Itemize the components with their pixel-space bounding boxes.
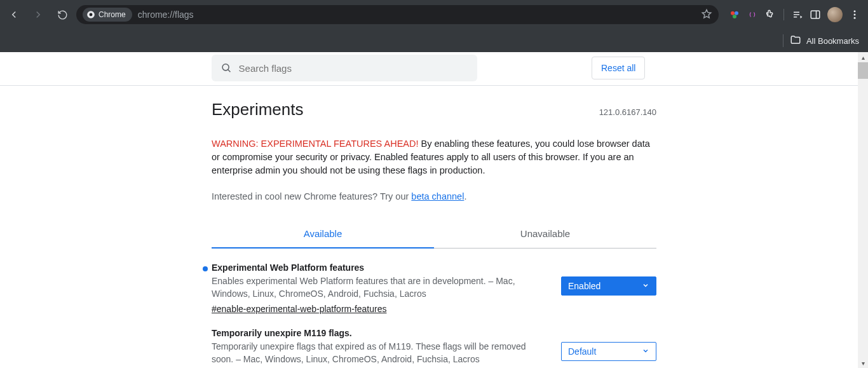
side-panel-icon[interactable] <box>810 9 821 20</box>
warning-prefix: WARNING: EXPERIMENTAL FEATURES AHEAD! <box>212 139 419 149</box>
svg-point-11 <box>854 14 856 16</box>
svg-point-13 <box>222 64 229 71</box>
browser-chrome: Chrome chrome://flags <box>0 0 868 52</box>
forward-button[interactable] <box>28 4 48 25</box>
kebab-menu-icon[interactable] <box>849 9 860 20</box>
svg-point-1 <box>90 13 93 17</box>
svg-rect-5 <box>794 12 799 13</box>
scroll-down-arrow[interactable]: ▾ <box>858 358 868 368</box>
interest-suffix: . <box>464 191 466 201</box>
reload-button[interactable] <box>52 4 72 25</box>
svg-point-12 <box>854 17 856 19</box>
flag-row: Experimental Web Platform featuresEnable… <box>212 249 656 314</box>
bookmarks-bar: All Bookmarks <box>0 29 868 52</box>
folder-icon <box>790 34 801 48</box>
svg-rect-6 <box>794 14 799 15</box>
media-control-icon[interactable] <box>792 9 803 20</box>
beta-channel-link[interactable]: beta channel <box>411 191 464 201</box>
svg-point-2 <box>731 11 735 15</box>
toolbar: Chrome chrome://flags <box>0 0 868 29</box>
flag-row: Temporarily unexpire M119 flags.Temporar… <box>212 314 656 368</box>
interest-text: Interested in cool new Chrome features? … <box>212 191 411 201</box>
flag-select-value: Default <box>568 346 596 357</box>
main-content: Experiments 121.0.6167.140 WARNING: EXPE… <box>212 86 656 368</box>
interest-paragraph: Interested in cool new Chrome features? … <box>212 191 656 201</box>
chevron-down-icon <box>642 346 649 357</box>
flags-list: Experimental Web Platform featuresEnable… <box>212 249 656 368</box>
scrollbar-thumb[interactable] <box>858 62 868 79</box>
version-label: 121.0.6167.140 <box>599 107 656 117</box>
scrollbar-track[interactable]: ▴ ▾ <box>858 52 868 368</box>
extension-brackets-icon[interactable] <box>747 10 758 19</box>
address-bar[interactable]: Chrome chrome://flags <box>76 5 719 24</box>
site-chip-label: Chrome <box>98 10 126 19</box>
svg-point-3 <box>735 11 738 15</box>
all-bookmarks-link[interactable]: All Bookmarks <box>806 36 859 46</box>
flag-select[interactable]: Default <box>561 342 656 361</box>
svg-point-4 <box>733 15 736 18</box>
bookmark-star-icon[interactable] <box>701 8 712 22</box>
search-reset-row: Reset all <box>0 52 868 86</box>
svg-rect-7 <box>794 17 797 18</box>
page-title: Experiments <box>212 100 304 119</box>
profile-avatar[interactable] <box>827 7 843 22</box>
tab-available[interactable]: Available <box>212 221 434 248</box>
back-button[interactable] <box>4 4 24 25</box>
flag-select[interactable]: Enabled <box>561 276 656 296</box>
flag-anchor-link[interactable]: #enable-experimental-web-platform-featur… <box>212 304 386 314</box>
svg-rect-8 <box>811 11 820 18</box>
svg-point-10 <box>854 10 856 12</box>
chrome-icon <box>86 10 95 19</box>
page-viewport: ▴ ▾ Reset all Experiments 121.0.6167.140… <box>0 52 868 368</box>
site-chip: Chrome <box>83 8 132 22</box>
toolbar-divider <box>783 9 784 20</box>
warning-paragraph: WARNING: EXPERIMENTAL FEATURES AHEAD! By… <box>212 137 656 177</box>
header-row: Experiments 121.0.6167.140 <box>212 100 656 119</box>
url-text: chrome://flags <box>138 10 194 20</box>
modified-dot-icon <box>203 266 208 271</box>
search-input[interactable] <box>239 63 468 74</box>
tabs: Available Unavailable <box>212 221 656 249</box>
toolbar-right <box>722 7 864 22</box>
bookmarks-divider <box>783 34 783 47</box>
flag-select-value: Enabled <box>568 281 600 291</box>
flag-description: Enables experimental Web Platform featur… <box>212 275 548 300</box>
scroll-up-arrow[interactable]: ▴ <box>858 52 868 62</box>
chevron-down-icon <box>642 281 649 291</box>
extension-colorful-icon[interactable] <box>729 9 740 20</box>
search-icon <box>220 62 233 74</box>
extensions-puzzle-icon[interactable] <box>764 9 776 20</box>
flag-title: Temporarily unexpire M119 flags. <box>212 328 548 338</box>
flag-description: Temporarily unexpire flags that expired … <box>212 341 548 365</box>
svg-line-14 <box>228 69 231 72</box>
search-flags-box[interactable] <box>212 55 477 81</box>
tab-unavailable[interactable]: Unavailable <box>434 221 656 248</box>
flag-title: Experimental Web Platform features <box>212 262 548 273</box>
reset-all-button[interactable]: Reset all <box>592 57 645 79</box>
